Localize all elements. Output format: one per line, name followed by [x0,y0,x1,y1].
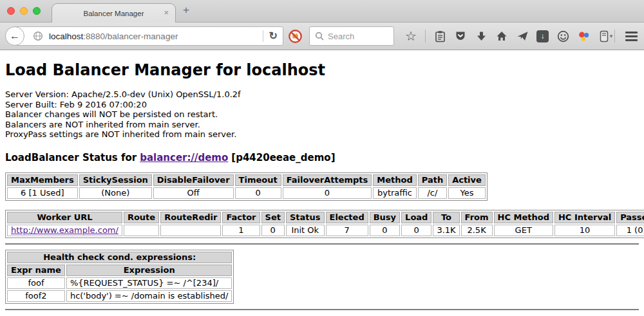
plugin-blocked-icon[interactable] [288,29,303,44]
table-cell: Init Ok [286,225,325,236]
column-header: Elected [326,212,368,223]
url-text[interactable]: localhost:8880/balancer-manager [49,32,178,41]
toolbar-buttons: ☆ [404,30,614,42]
table-cell: /c/ [418,187,447,199]
column-header: FailoverAttempts [283,174,372,186]
column-header: Active [448,174,486,186]
worker-link[interactable]: http://www.example.com/ [11,225,118,235]
table-row: 6 [1 Used](None)Off00bytraffic/c/Yes [7,187,486,199]
table-cell: (None) [79,187,152,199]
tab-title: Balancer Manager [84,10,144,17]
download-manager-icon[interactable]: ↓ [536,30,549,42]
table-cell: 7 [326,225,368,236]
traffic-lights [7,7,41,15]
table-cell: bytraffic [373,187,416,199]
globe-icon[interactable] [32,30,44,42]
table-cell: 6 [1 Used] [7,187,78,199]
column-header: StickySession [79,174,152,186]
table-cell: 10 [554,225,615,236]
column-header: Load [401,212,431,223]
table-cell [160,225,221,236]
table-row: foof2hc('body') =~ /domain is establishe… [7,290,232,302]
table-cell: 0 [283,187,372,199]
balancer-link[interactable]: balancer://demo [140,152,228,163]
page-title: Load Balancer Manager for localhost [5,61,639,79]
health-check-table: Health check cond. expressions:Expr name… [5,250,234,304]
url-bar[interactable]: localhost:8880/balancer-manager ↻ [14,26,283,46]
link-cell: http://www.example.com/ [7,225,122,236]
column-header: Timeout [235,174,281,186]
table-cell: 0 [401,225,431,236]
info-line: ProxyPass settings are NOT inherited fro… [5,129,639,140]
column-header: Passes [616,212,644,223]
table-cell: foof [7,277,65,289]
table-title: Health check cond. expressions: [7,252,232,263]
send-plane-icon[interactable] [516,30,529,42]
new-tab-button[interactable]: + [183,4,189,17]
table-cell: Off [153,187,234,199]
status-heading: LoadBalancer Status forbalancer://demo[p… [5,152,639,163]
column-header: Expression [66,265,232,276]
colored-dots-extension-icon[interactable] [577,30,590,42]
worker-table: Worker URLRouteRouteRedirFactorSetStatus… [5,210,644,238]
window-titlebar: Balancer Manager × + [0,0,644,23]
column-header: Path [418,174,447,186]
table-cell: GET [494,225,553,236]
search-icon [315,32,324,41]
toolbar-divider [425,30,426,42]
server-info: Server Version: Apache/2.5.0-dev (Unix) … [5,89,639,140]
table-cell: %{REQUEST_STATUS} =~ /^[234]/ [66,277,232,289]
horizontal-rule [5,309,639,310]
status-suffix: [p4420eeae_demo] [231,152,335,163]
column-header: Route [124,212,159,223]
chevron-down-icon[interactable]: ▾ [610,33,613,39]
back-button[interactable]: ← [5,26,24,46]
table-cell: 1 [222,225,260,236]
page-content: Load Balancer Manager for localhost Serv… [0,61,644,310]
status-prefix: LoadBalancer Status for [5,152,137,163]
navigation-toolbar: ← localhost:8880/balancer-manager ↻ [0,23,644,50]
search-bar[interactable]: Search [309,26,394,46]
toolbar-divider [614,30,615,42]
column-header: Factor [222,212,260,223]
column-header: To [433,212,459,223]
column-header: From [461,212,493,223]
search-placeholder: Search [328,32,354,41]
container-extension-icon[interactable]: ▾ [598,30,614,42]
reload-icon[interactable]: ↻ [269,31,278,41]
menu-hamburger-icon[interactable] [625,32,638,41]
info-line: Server Built: Feb 9 2016 07:00:20 [5,100,639,110]
urlbar-divider [263,30,263,42]
horizontal-rule [5,243,639,245]
table-cell: 0 [235,187,281,199]
window-close-button[interactable] [7,7,15,15]
downloads-icon[interactable] [475,30,488,42]
tab-close-icon[interactable]: × [164,8,169,17]
bookmark-star-icon[interactable]: ☆ [404,30,417,42]
table-cell: foof2 [7,290,65,302]
column-header: Set [261,212,285,223]
url-host: localhost [49,32,83,41]
home-icon[interactable] [495,30,508,42]
column-header: MaxMembers [7,174,78,186]
smiley-icon[interactable] [556,30,569,42]
info-line: Server Version: Apache/2.5.0-dev (Unix) … [5,89,639,100]
column-header: Busy [370,212,400,223]
clipboard-icon[interactable] [433,30,446,42]
column-header: Worker URL [7,212,122,223]
column-header: RouteRedir [160,212,221,223]
browser-tab[interactable]: Balancer Manager × [52,3,176,23]
table-row: http://www.example.com/10Init Ok7003.1K2… [7,225,644,236]
window-minimize-button[interactable] [20,7,28,15]
column-header: HC Method [494,212,553,223]
table-cell: 0 [370,225,400,236]
info-line: Balancer changes will NOT be persisted o… [5,109,639,120]
window-zoom-button[interactable] [33,7,41,15]
column-header: DisableFailover [153,174,234,186]
table-cell [124,225,159,236]
info-line: Balancers are NOT inherited from main se… [5,120,639,130]
column-header: Expr name [7,265,65,276]
balancer-table: MaxMembersStickySessionDisableFailoverTi… [5,172,488,201]
toolbar-right [614,30,644,42]
pocket-icon[interactable] [454,30,467,42]
